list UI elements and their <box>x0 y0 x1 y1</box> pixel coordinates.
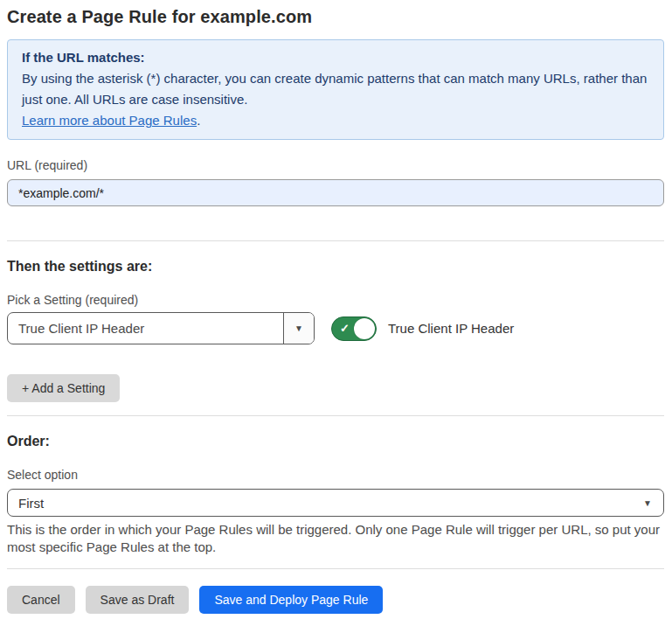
info-box-body: By using the asterisk (*) character, you… <box>22 68 649 110</box>
save-and-deploy-button[interactable]: Save and Deploy Page Rule <box>199 586 383 614</box>
divider-url-settings <box>7 240 664 241</box>
setting-select[interactable]: True Client IP Header ▼ <box>7 312 315 344</box>
order-select[interactable]: First ▼ <box>7 489 664 517</box>
toggle-knob <box>354 318 375 339</box>
setting-select-value: True Client IP Header <box>8 313 283 344</box>
toggle-label: True Client IP Header <box>388 321 514 336</box>
true-client-ip-toggle[interactable]: ✓ <box>331 316 377 341</box>
order-select-value: First <box>8 496 643 511</box>
divider-settings-order <box>7 415 664 416</box>
divider-footer <box>7 568 664 569</box>
url-input[interactable] <box>7 179 664 206</box>
order-select-label: Select option <box>7 468 664 482</box>
settings-section-heading: Then the settings are: <box>7 259 664 275</box>
chevron-down-icon: ▼ <box>643 498 663 508</box>
page-rule-form: Create a Page Rule for example.com If th… <box>0 0 672 614</box>
url-match-info-box: If the URL matches: By using the asteris… <box>7 39 664 140</box>
check-icon: ✓ <box>340 322 350 336</box>
save-as-draft-button[interactable]: Save as Draft <box>86 586 190 614</box>
learn-more-link[interactable]: Learn more about Page Rules <box>22 113 197 128</box>
setting-select-arrow-button[interactable]: ▼ <box>283 313 314 344</box>
link-suffix: . <box>197 113 200 128</box>
info-box-link-line: Learn more about Page Rules. <box>22 110 649 131</box>
url-field-label: URL (required) <box>7 158 664 172</box>
chevron-down-icon: ▼ <box>294 323 303 333</box>
info-box-heading: If the URL matches: <box>22 47 649 68</box>
pick-setting-label: Pick a Setting (required) <box>7 293 664 307</box>
page-title: Create a Page Rule for example.com <box>7 7 664 27</box>
setting-row: True Client IP Header ▼ ✓ True Client IP… <box>7 312 664 344</box>
cancel-button[interactable]: Cancel <box>7 586 75 614</box>
footer-actions: Cancel Save as Draft Save and Deploy Pag… <box>7 586 664 614</box>
order-section-heading: Order: <box>7 434 664 449</box>
add-setting-button[interactable]: + Add a Setting <box>7 374 120 402</box>
order-helper-text: This is the order in which your Page Rul… <box>7 521 664 556</box>
